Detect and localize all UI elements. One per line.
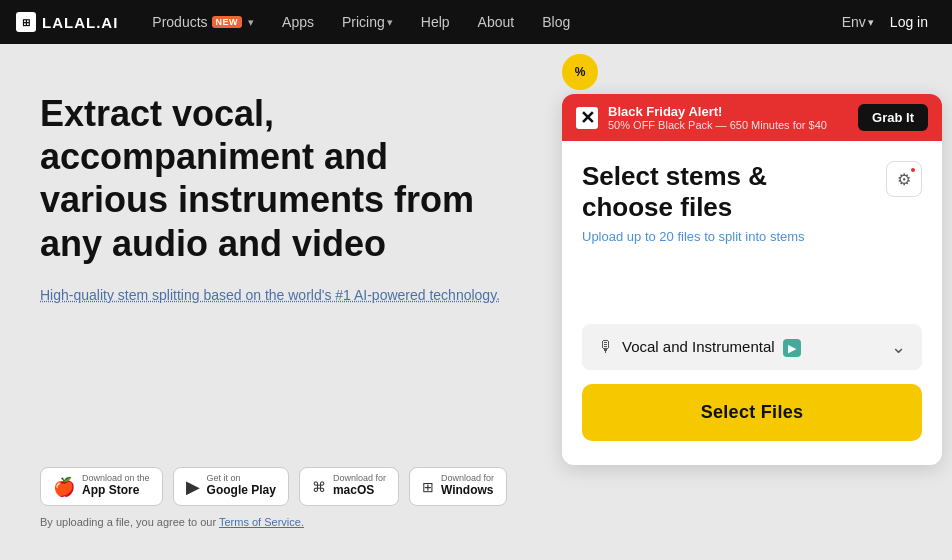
- env-chevron-icon: ▾: [868, 16, 874, 29]
- googleplay-small-text: Get it on: [207, 474, 276, 483]
- windows-icon: ⊞: [422, 479, 434, 495]
- googleplay-button[interactable]: ▶ Get it on Google Play: [173, 467, 289, 506]
- select-files-button[interactable]: Select Files: [582, 384, 922, 441]
- stem-pro-badge: ▶: [783, 339, 801, 357]
- percent-badge: %: [562, 54, 598, 90]
- stem-mic-icon: 🎙: [598, 338, 614, 356]
- stem-type-dropdown[interactable]: 🎙 Vocal and Instrumental ▶ ⌄: [582, 324, 922, 370]
- macos-big-text: macOS: [333, 483, 386, 499]
- card-header-row: Select stems &choose files ⚙: [582, 161, 922, 223]
- bf-text: Black Friday Alert! 50% OFF Black Pack —…: [608, 104, 848, 131]
- pricing-chevron-icon: ▾: [387, 16, 393, 29]
- main-card: ✕ Black Friday Alert! 50% OFF Black Pack…: [562, 94, 942, 465]
- macos-small-text: Download for: [333, 474, 386, 483]
- logo[interactable]: ⊞ LALAL.AI: [16, 12, 118, 32]
- windows-big-text: Windows: [441, 483, 494, 499]
- card-subtitle: Upload up to 20 files to split into stem…: [582, 229, 922, 244]
- appstore-big-text: App Store: [82, 483, 150, 499]
- black-friday-banner: ✕ Black Friday Alert! 50% OFF Black Pack…: [562, 94, 942, 141]
- bf-x-icon: ✕: [576, 107, 598, 129]
- download-buttons: 🍎 Download on the App Store ▶ Get it on …: [40, 467, 512, 506]
- stem-label: Vocal and Instrumental ▶: [622, 338, 801, 358]
- products-new-badge: NEW: [212, 16, 243, 28]
- windows-small-text: Download for: [441, 474, 494, 483]
- mac-icon: ⌘: [312, 479, 326, 495]
- nav-item-pricing[interactable]: Pricing ▾: [328, 0, 407, 44]
- card-body: Select stems &choose files ⚙ Upload up t…: [562, 141, 942, 465]
- products-chevron-icon: ▾: [248, 16, 254, 29]
- settings-button[interactable]: ⚙: [886, 161, 922, 197]
- nav-item-apps[interactable]: Apps: [268, 0, 328, 44]
- android-icon: ▶: [186, 476, 200, 498]
- bf-title: Black Friday Alert!: [608, 104, 848, 119]
- hero-title: Extract vocal, accompaniment and various…: [40, 92, 512, 265]
- main-content: Extract vocal, accompaniment and various…: [0, 44, 952, 560]
- windows-button[interactable]: ⊞ Download for Windows: [409, 467, 507, 506]
- bf-subtitle: 50% OFF Black Pack — 650 Minutes for $40: [608, 119, 848, 131]
- gear-notification-dot: [909, 166, 917, 174]
- dropdown-chevron-icon: ⌄: [891, 336, 906, 358]
- hero-subtitle: High-quality stem splitting based on the…: [40, 285, 512, 306]
- nav-right: Env ▾ Log in: [842, 14, 936, 30]
- card-title: Select stems &choose files: [582, 161, 767, 223]
- macos-button[interactable]: ⌘ Download for macOS: [299, 467, 399, 506]
- login-button[interactable]: Log in: [882, 14, 936, 30]
- appstore-small-text: Download on the: [82, 474, 150, 483]
- logo-icon: ⊞: [16, 12, 36, 32]
- nav-item-about[interactable]: About: [464, 0, 529, 44]
- env-selector[interactable]: Env ▾: [842, 14, 874, 30]
- logo-text: LALAL.AI: [42, 14, 118, 31]
- nav-item-help[interactable]: Help: [407, 0, 464, 44]
- apple-icon: 🍎: [53, 476, 75, 498]
- navbar: ⊞ LALAL.AI Products NEW ▾ Apps Pricing ▾…: [0, 0, 952, 44]
- nav-item-blog[interactable]: Blog: [528, 0, 584, 44]
- hero-section: Extract vocal, accompaniment and various…: [0, 44, 552, 560]
- terms-link[interactable]: Terms of Service.: [219, 516, 304, 528]
- appstore-button[interactable]: 🍎 Download on the App Store: [40, 467, 163, 506]
- googleplay-big-text: Google Play: [207, 483, 276, 499]
- terms-text: By uploading a file, you agree to our Te…: [40, 516, 512, 528]
- right-panel: % ✕ Black Friday Alert! 50% OFF Black Pa…: [552, 44, 952, 560]
- nav-item-products[interactable]: Products NEW ▾: [138, 0, 268, 44]
- grab-it-button[interactable]: Grab It: [858, 104, 928, 131]
